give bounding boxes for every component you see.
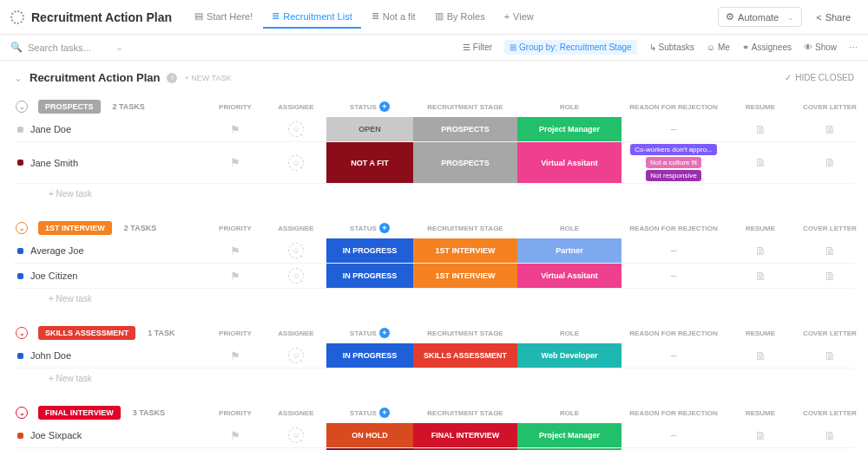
stage-cell[interactable]: SKILLS ASSESSMENT — [413, 343, 517, 368]
info-icon[interactable]: i — [167, 73, 177, 83]
assignee-cell[interactable]: ☺+ — [266, 264, 326, 288]
resume-cell[interactable]: 🗎 — [726, 142, 795, 183]
role-cell[interactable]: Virtual Assitant — [517, 142, 621, 183]
view-tab-by-roles[interactable]: ▥By Roles — [426, 5, 494, 29]
new-task-row[interactable]: + New task — [14, 368, 854, 388]
rejection-tag[interactable]: Not a culture fit — [646, 157, 701, 168]
group-badge[interactable]: SKILLS ASSESSMENT — [38, 326, 135, 340]
stage-cell[interactable]: 1ST INTERVIEW — [413, 264, 517, 288]
role-cell[interactable]: Project Manager — [517, 117, 621, 141]
assignees-button[interactable]: ⚭Assignees — [742, 42, 792, 52]
stage-cell[interactable]: PROSPECTS — [413, 142, 517, 183]
search-placeholder: Search tasks... — [28, 42, 91, 53]
priority-cell[interactable]: ⚑ — [205, 343, 266, 368]
add-status-icon[interactable]: + — [379, 223, 390, 233]
cover-cell[interactable]: 🗎 — [795, 142, 865, 183]
group-collapse-icon[interactable]: ⌄ — [16, 407, 28, 419]
resume-cell[interactable]: 🗎 — [726, 238, 795, 263]
task-row[interactable]: Joe Sixpack⚑☺+ON HOLDFINAL INTERVIEWProj… — [14, 423, 854, 448]
cover-cell[interactable]: 🗎 — [795, 423, 865, 447]
status-cell[interactable]: IN PROGRESS — [326, 238, 413, 263]
task-row[interactable]: Jane Smith⚑☺+NOT A FITPROSPECTSVirtual A… — [14, 142, 854, 184]
stage-cell[interactable]: FINAL INTERVIEW — [413, 423, 517, 447]
me-button[interactable]: ☺Me — [707, 42, 730, 52]
status-cell[interactable]: OPEN — [326, 117, 413, 141]
automate-button[interactable]: ⚙ Automate ⌄ — [718, 7, 802, 27]
group-badge[interactable]: FINAL INTERVIEW — [38, 406, 121, 420]
group-badge[interactable]: 1ST INTERVIEW — [38, 221, 112, 235]
plus-icon: + — [298, 252, 305, 259]
group-badge[interactable]: PROSPECTS — [38, 100, 101, 114]
stage-cell[interactable]: 1ST INTERVIEW — [413, 238, 517, 263]
priority-cell[interactable]: ⚑ — [205, 238, 266, 263]
assignee-cell[interactable]: ☺+ — [266, 343, 326, 368]
rejection-tag[interactable]: Not responsive — [646, 170, 700, 181]
col-priority: PRIORITY — [205, 326, 266, 341]
group-collapse-icon[interactable]: ⌄ — [16, 101, 28, 113]
group-collapse-icon[interactable]: ⌄ — [16, 327, 28, 339]
add-status-icon[interactable]: + — [379, 101, 390, 112]
new-task-button[interactable]: + NEW TASK — [184, 74, 231, 82]
resume-cell[interactable]: 🗎 — [726, 117, 795, 141]
resume-cell[interactable]: 🗎 — [726, 343, 795, 368]
view-tab-not-a-fit[interactable]: ≣Not a fit — [363, 5, 424, 29]
group-collapse-icon[interactable]: ⌄ — [16, 222, 28, 234]
role-cell[interactable]: Virtual Assitant — [517, 264, 621, 288]
assignee-cell[interactable]: ☺+ — [266, 238, 326, 263]
stage-cell[interactable]: PROSPECTS — [413, 117, 517, 141]
subtasks-button[interactable]: ↳Subtasks — [649, 42, 694, 52]
view-tab-view[interactable]: +View — [496, 6, 542, 29]
task-name-cell[interactable]: Average Joe — [14, 238, 205, 263]
task-name-cell[interactable]: Jane Doe — [14, 117, 205, 141]
collapse-all-icon[interactable]: ⌄ — [14, 72, 23, 84]
task-name-cell[interactable]: Joe Sixpack — [14, 423, 205, 447]
resume-cell[interactable]: 🗎 — [726, 264, 795, 288]
plus-icon: + — [298, 131, 305, 138]
role-cell[interactable]: Project Manager — [517, 423, 621, 447]
view-label: Not a fit — [383, 11, 416, 22]
status-dot — [17, 127, 23, 133]
task-name-cell[interactable]: John Doe — [14, 343, 205, 368]
status-cell[interactable]: NOT A FIT — [326, 142, 413, 183]
assignee-cell[interactable]: ☺+ — [266, 117, 326, 141]
more-button[interactable]: ⋯ — [849, 42, 858, 52]
cover-cell[interactable]: 🗎 — [795, 117, 865, 141]
view-tab-recruitment-list[interactable]: ≣Recruitment List — [263, 5, 360, 29]
role-cell[interactable]: Web Developer — [517, 343, 621, 368]
add-status-icon[interactable]: + — [379, 408, 390, 418]
new-task-row[interactable]: + New task — [14, 289, 854, 309]
assignee-cell[interactable]: ☺+ — [266, 423, 326, 447]
add-status-icon[interactable]: + — [379, 328, 390, 338]
show-button[interactable]: 👁Show — [804, 42, 837, 52]
col-assignee: ASSIGNEE — [266, 100, 326, 114]
rejection-tag[interactable]: Co-workers don't appro... — [630, 144, 717, 155]
priority-cell[interactable]: ⚑ — [205, 264, 266, 288]
status-cell[interactable]: IN PROGRESS — [326, 343, 413, 368]
share-button[interactable]: < Share — [809, 9, 858, 26]
task-row[interactable]: Average Joe⚑☺+IN PROGRESS1ST INTERVIEWPa… — [14, 238, 854, 264]
task-row[interactable]: Joe Citizen⚑☺+IN PROGRESS1ST INTERVIEWVi… — [14, 264, 854, 289]
task-name-cell[interactable]: Joe Citizen — [14, 264, 205, 288]
status-cell[interactable]: ON HOLD — [326, 423, 413, 447]
task-row[interactable]: John Doe⚑☺+IN PROGRESSSKILLS ASSESSMENTW… — [14, 343, 854, 368]
resume-cell[interactable]: 🗎 — [726, 423, 795, 447]
cover-cell[interactable]: 🗎 — [795, 238, 865, 263]
cover-cell[interactable]: 🗎 — [795, 264, 865, 288]
view-tab-start-here-[interactable]: ▤Start Here! — [186, 5, 261, 29]
priority-cell[interactable]: ⚑ — [205, 117, 266, 141]
role-cell[interactable]: Partner — [517, 238, 621, 263]
search-input[interactable]: 🔍 Search tasks... ⌄ — [10, 42, 123, 53]
task-name-cell[interactable]: Jane Smith — [14, 142, 205, 183]
assignee-avatar-icon: ☺+ — [288, 155, 304, 171]
eye-icon: 👁 — [804, 42, 812, 52]
hide-closed-toggle[interactable]: ✓HIDE CLOSED — [785, 73, 854, 82]
priority-cell[interactable]: ⚑ — [205, 142, 266, 183]
cover-cell[interactable]: 🗎 — [795, 343, 865, 368]
group-by-button[interactable]: ⊞Group by: Recruitment Stage — [504, 40, 637, 55]
task-row[interactable]: Jane Doe⚑☺+OPENPROSPECTSProject Manager–… — [14, 117, 854, 142]
priority-cell[interactable]: ⚑ — [205, 423, 266, 447]
new-task-row[interactable]: + New task — [14, 184, 854, 204]
assignee-cell[interactable]: ☺+ — [266, 142, 326, 183]
filter-button[interactable]: ☰Filter — [463, 42, 492, 52]
status-cell[interactable]: IN PROGRESS — [326, 264, 413, 288]
